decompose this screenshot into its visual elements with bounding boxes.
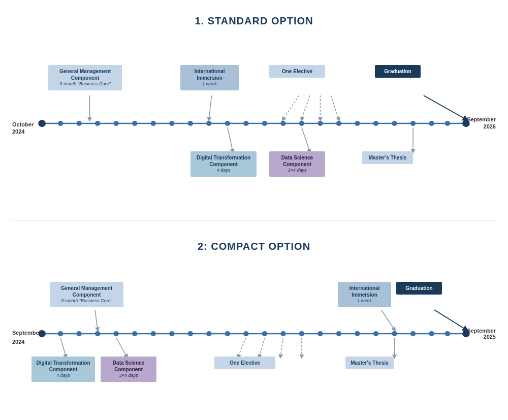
svg-line-66 bbox=[259, 338, 264, 357]
svg-point-48 bbox=[243, 331, 248, 336]
start-label-1: October 2024 bbox=[12, 121, 34, 136]
svg-point-50 bbox=[280, 331, 285, 336]
svg-point-8 bbox=[151, 121, 156, 126]
box-intl-1-title: International Immersion bbox=[184, 68, 235, 81]
svg-point-44 bbox=[169, 331, 174, 336]
svg-point-20 bbox=[373, 121, 378, 126]
box-elective-1: One Elective bbox=[269, 65, 325, 78]
svg-point-54 bbox=[355, 331, 360, 336]
svg-point-43 bbox=[151, 331, 156, 336]
svg-point-42 bbox=[132, 331, 137, 336]
box-elective-2-title: One Elective bbox=[218, 360, 271, 366]
box-dt-2-sub: 4 days bbox=[36, 373, 91, 379]
svg-point-19 bbox=[355, 121, 360, 126]
svg-point-23 bbox=[429, 121, 434, 126]
svg-line-32 bbox=[228, 127, 233, 151]
svg-point-41 bbox=[113, 331, 118, 336]
box-thesis-1: Master's Thesis bbox=[362, 151, 413, 164]
section-standard: 1. STANDARD OPTION bbox=[0, 0, 508, 215]
end-label-1: September 2026 bbox=[467, 116, 496, 131]
svg-line-61 bbox=[381, 310, 394, 330]
box-ds-2: Data Science Component 3×4 days bbox=[101, 357, 156, 382]
svg-point-18 bbox=[336, 121, 341, 126]
box-intl-2-title: International Immersion bbox=[342, 285, 387, 298]
svg-point-52 bbox=[318, 331, 323, 336]
box-grad-2: Graduation bbox=[396, 282, 442, 295]
diagram-standard: October 2024 September 2026 General Mana… bbox=[10, 42, 498, 205]
svg-point-49 bbox=[262, 331, 267, 336]
svg-point-6 bbox=[113, 121, 118, 126]
svg-point-13 bbox=[243, 121, 248, 126]
svg-point-51 bbox=[299, 331, 304, 336]
page-wrapper: 1. STANDARD OPTION bbox=[0, 0, 508, 410]
section2-title: 2: COMPACT OPTION bbox=[10, 241, 498, 252]
svg-line-31 bbox=[424, 95, 466, 119]
box-dt-2-title: Digital Transformation Component bbox=[36, 360, 91, 373]
box-gmc-1: General Management Component 9-month "Bu… bbox=[48, 65, 122, 90]
box-thesis-1-title: Master's Thesis bbox=[366, 154, 409, 161]
box-dt-1-title: Digital Transformation Component bbox=[195, 154, 252, 168]
svg-point-10 bbox=[188, 121, 193, 126]
svg-point-1 bbox=[38, 120, 46, 127]
svg-line-64 bbox=[116, 338, 127, 357]
svg-point-9 bbox=[169, 121, 174, 126]
box-ds-2-sub: 3×4 days bbox=[105, 373, 152, 379]
svg-point-7 bbox=[132, 121, 137, 126]
box-grad-2-title: Graduation bbox=[400, 285, 438, 292]
box-dt-2: Digital Transformation Component 4 days bbox=[31, 357, 95, 382]
box-intl-1: International Immersion 1 week bbox=[180, 65, 239, 90]
box-elective-1-title: One Elective bbox=[273, 68, 321, 75]
svg-line-62 bbox=[434, 310, 466, 330]
box-intl-2-sub: 1 week bbox=[342, 298, 387, 304]
svg-line-27 bbox=[283, 95, 299, 119]
svg-point-21 bbox=[392, 121, 397, 126]
svg-point-45 bbox=[188, 331, 193, 336]
svg-point-22 bbox=[410, 121, 416, 126]
box-dt-1-sub: 4 days bbox=[195, 168, 252, 174]
diagram-compact: September 2024 September 2025 General Ma… bbox=[10, 268, 498, 400]
box-grad-1-title: Graduation bbox=[379, 68, 417, 75]
svg-point-47 bbox=[225, 331, 230, 336]
section-compact: 2: COMPACT OPTION bbox=[0, 225, 508, 410]
svg-point-5 bbox=[95, 121, 100, 126]
box-grad-1: Graduation bbox=[375, 65, 421, 78]
box-intl-1-sub: 1 week bbox=[184, 81, 235, 87]
svg-point-53 bbox=[336, 331, 341, 336]
svg-line-33 bbox=[302, 127, 310, 151]
svg-point-15 bbox=[280, 121, 285, 126]
svg-point-38 bbox=[58, 331, 63, 336]
svg-point-3 bbox=[58, 121, 63, 126]
box-gmc-2: General Management Component 9-month "Bu… bbox=[50, 282, 123, 307]
svg-point-11 bbox=[206, 121, 211, 126]
svg-line-67 bbox=[280, 338, 283, 357]
svg-point-4 bbox=[76, 121, 81, 126]
svg-point-56 bbox=[392, 331, 397, 336]
box-thesis-2: Master's Thesis bbox=[345, 357, 394, 369]
section1-title: 1. STANDARD OPTION bbox=[10, 15, 498, 27]
svg-point-59 bbox=[445, 331, 450, 336]
svg-line-28 bbox=[302, 95, 310, 119]
box-thesis-2-title: Master's Thesis bbox=[350, 360, 390, 366]
box-ds-1-sub: 3×4 days bbox=[273, 168, 321, 174]
box-gmc-2-title: General Management Component bbox=[54, 285, 119, 298]
svg-line-63 bbox=[60, 338, 66, 357]
box-elective-2: One Elective bbox=[214, 357, 275, 369]
box-gmc-2-sub: 9-month "Business Core" bbox=[54, 298, 119, 304]
svg-line-65 bbox=[238, 338, 246, 357]
svg-point-14 bbox=[262, 121, 267, 126]
svg-line-30 bbox=[331, 95, 339, 119]
svg-line-60 bbox=[95, 310, 98, 330]
end-label-2: September 2025 bbox=[467, 328, 496, 340]
svg-line-26 bbox=[209, 95, 211, 119]
svg-point-58 bbox=[429, 331, 434, 336]
box-dt-1: Digital Transformation Component 4 days bbox=[190, 151, 257, 177]
svg-point-24 bbox=[445, 121, 450, 126]
box-gmc-1-sub: 9-month "Business Core" bbox=[52, 81, 118, 87]
svg-point-39 bbox=[76, 331, 81, 336]
svg-point-40 bbox=[95, 331, 100, 336]
svg-point-46 bbox=[206, 331, 211, 336]
section-divider bbox=[10, 220, 498, 220]
svg-point-57 bbox=[410, 331, 416, 336]
box-intl-2: International Immersion 1 week bbox=[338, 282, 391, 307]
svg-point-55 bbox=[373, 331, 378, 336]
